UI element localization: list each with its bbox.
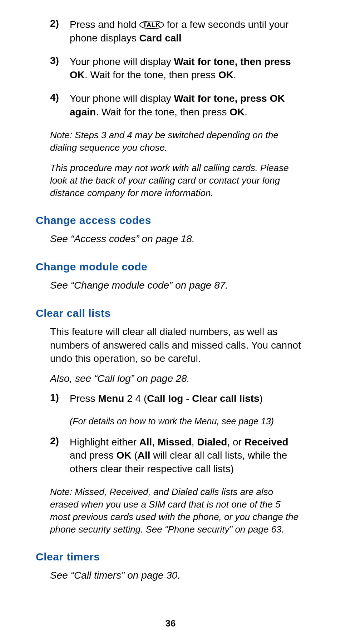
step-number: 2) bbox=[50, 18, 70, 45]
see-access-codes: See “Access codes” on page 18. bbox=[36, 232, 305, 246]
text-span: Press bbox=[70, 393, 98, 404]
page-number: 36 bbox=[0, 618, 341, 629]
heading-change-access-codes: Change access codes bbox=[36, 214, 305, 226]
text-span: . Wait for the tone, then press bbox=[85, 69, 218, 80]
note-switched: Note: Steps 3 and 4 may be switched depe… bbox=[36, 129, 305, 154]
text-span: , bbox=[192, 436, 197, 448]
note-call-lists-erased: Note: Missed, Received, and Dialed calls… bbox=[36, 486, 305, 536]
step-3: 3) Your phone will display Wait for tone… bbox=[36, 55, 305, 82]
step-4: 4) Your phone will display Wait for tone… bbox=[36, 92, 305, 119]
step-text: Your phone will display Wait for tone, p… bbox=[70, 92, 305, 119]
talk-button-icon: TALK bbox=[139, 21, 164, 29]
bold-text: Menu bbox=[98, 393, 124, 404]
step-number: 4) bbox=[50, 92, 70, 119]
bold-text: OK bbox=[117, 450, 132, 461]
text-span: . Wait for the tone, then press bbox=[96, 106, 229, 118]
menu-details-note: (For details on how to work the Menu, se… bbox=[36, 415, 305, 428]
step-number: 3) bbox=[50, 55, 70, 82]
clear-step-2: 2) Highlight either All, Missed, Dialed,… bbox=[36, 435, 305, 476]
text-span: - bbox=[183, 393, 192, 404]
text-span: 2 4 ( bbox=[124, 393, 147, 404]
clear-step-1: 1) Press Menu 2 4 (Call log - Clear call… bbox=[36, 392, 305, 405]
text-span: . bbox=[244, 106, 247, 118]
text-span: , bbox=[152, 436, 158, 448]
bold-text: OK bbox=[218, 69, 233, 80]
bold-text: Clear call lists bbox=[192, 393, 259, 404]
also-see-call-log: Also, see “Call log” on page 28. bbox=[36, 372, 305, 385]
text-span: , or bbox=[227, 436, 244, 448]
bold-text: Missed bbox=[158, 436, 192, 448]
bold-text: Call log bbox=[147, 393, 183, 404]
step-number: 1) bbox=[50, 392, 70, 405]
step-text: Highlight either All, Missed, Dialed, or… bbox=[70, 435, 305, 476]
text-span: Highlight either bbox=[70, 436, 139, 448]
text-span: . bbox=[233, 69, 236, 80]
heading-clear-timers: Clear timers bbox=[36, 551, 305, 563]
step-text: Your phone will display Wait for tone, t… bbox=[70, 55, 305, 82]
heading-change-module-code: Change module code bbox=[36, 261, 305, 273]
heading-clear-call-lists: Clear call lists bbox=[36, 307, 305, 319]
bold-text: All bbox=[139, 436, 152, 448]
clear-call-lists-intro: This feature will clear all dialed numbe… bbox=[36, 325, 305, 365]
bold-text: OK bbox=[229, 106, 244, 118]
text-span: ( bbox=[132, 450, 138, 461]
step-text: Press and hold TALK for a few seconds un… bbox=[70, 18, 305, 45]
text-span: Press and hold bbox=[70, 19, 139, 30]
bold-text: Card call bbox=[139, 33, 182, 44]
step-text: Press Menu 2 4 (Call log - Clear call li… bbox=[70, 392, 263, 405]
step-number: 2) bbox=[50, 435, 70, 476]
see-change-module-code: See “Change module code” on page 87. bbox=[36, 279, 305, 292]
see-call-timers: See “Call timers” on page 30. bbox=[36, 569, 305, 582]
bold-text: Dialed bbox=[197, 436, 227, 448]
text-span: ) bbox=[260, 393, 263, 404]
note-calling-cards: This procedure may not work with all cal… bbox=[36, 162, 305, 199]
text-span: Your phone will display bbox=[70, 56, 174, 67]
text-span: and press bbox=[70, 450, 117, 461]
bold-text: All bbox=[138, 450, 150, 461]
step-2: 2) Press and hold TALK for a few seconds… bbox=[36, 18, 305, 45]
bold-text: Received bbox=[244, 436, 288, 448]
page-content: 2) Press and hold TALK for a few seconds… bbox=[36, 18, 305, 582]
text-span: Your phone will display bbox=[70, 93, 174, 104]
